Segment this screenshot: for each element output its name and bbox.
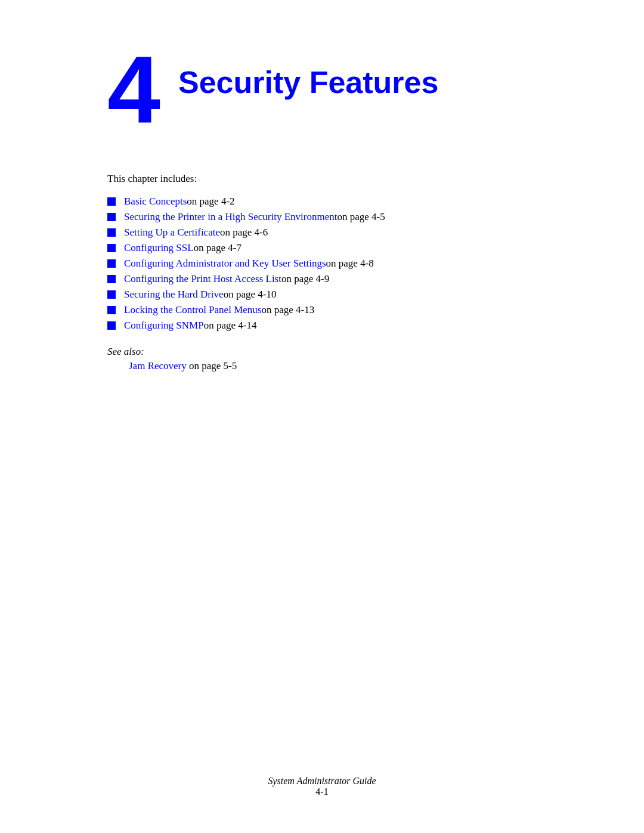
see-also-label: See also: [107,346,549,358]
bullet-icon [107,259,116,268]
see-also-ref: on page 5-5 [189,360,237,371]
bullet-icon [107,290,116,299]
toc-ref: on page 4-8 [326,258,374,270]
toc-item: Setting Up a Certificate on page 4-6 [107,227,549,239]
footer-title: System Administrator Guide [0,776,644,786]
intro-text: This chapter includes: [107,173,549,185]
toc-link[interactable]: Locking the Control Panel Menus [124,304,261,316]
bullet-icon [107,321,116,330]
toc-ref: on page 4-5 [337,211,385,223]
toc-list: Basic Concepts on page 4-2Securing the P… [107,196,549,332]
toc-link[interactable]: Configuring SSL [124,242,194,254]
chapter-header: 4 Security Features [107,48,549,137]
bullet-icon [107,275,116,283]
toc-item: Securing the Hard Drive on page 4-10 [107,289,549,301]
see-also-link[interactable]: Jam Recovery [129,360,187,371]
toc-item: Configuring SSL on page 4-7 [107,242,549,254]
toc-item: Configuring the Print Host Access List o… [107,273,549,285]
toc-ref: on page 4-6 [220,227,268,239]
page: 4 Security Features This chapter include… [0,0,644,833]
footer: System Administrator Guide 4-1 [0,776,644,797]
toc-ref: on page 4-9 [281,273,329,285]
chapter-number: 4 [107,42,160,137]
toc-link[interactable]: Setting Up a Certificate [124,227,220,239]
toc-item: Securing the Printer in a High Security … [107,211,549,223]
chapter-title: Security Features [178,48,438,100]
toc-ref: on page 4-2 [187,196,234,208]
toc-ref: on page 4-10 [224,289,277,301]
toc-link[interactable]: Configuring Administrator and Key User S… [124,258,326,270]
toc-link[interactable]: Configuring SNMP [124,320,204,332]
toc-item: Configuring SNMP on page 4-14 [107,320,549,332]
toc-item: Locking the Control Panel Menus on page … [107,304,549,316]
toc-link[interactable]: Basic Concepts [124,196,187,208]
bullet-icon [107,306,116,314]
see-also-item: Jam Recovery on page 5-5 [107,360,549,372]
toc-link[interactable]: Configuring the Print Host Access List [124,273,281,285]
toc-item: Configuring Administrator and Key User S… [107,258,549,270]
toc-ref: on page 4-7 [194,242,242,254]
toc-link[interactable]: Securing the Hard Drive [124,289,224,301]
toc-item: Basic Concepts on page 4-2 [107,196,549,208]
see-also-section: See also: Jam Recovery on page 5-5 [107,346,549,372]
toc-ref: on page 4-13 [261,304,314,316]
footer-page: 4-1 [0,786,644,797]
bullet-icon [107,213,116,221]
toc-ref: on page 4-14 [204,320,257,332]
bullet-icon [107,244,116,252]
bullet-icon [107,197,116,206]
bullet-icon [107,228,116,237]
toc-link[interactable]: Securing the Printer in a High Security … [124,211,337,223]
